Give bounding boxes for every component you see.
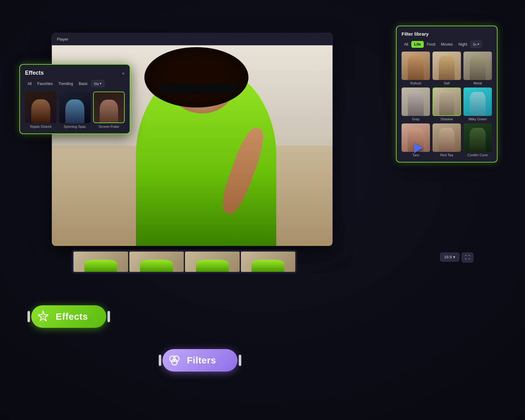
effects-tab-all[interactable]: All xyxy=(25,80,34,87)
cursor-arrow-icon xyxy=(414,143,423,153)
effect-label-screen-pulse: Screen Pulse xyxy=(99,125,119,128)
player-title: Player xyxy=(57,37,68,42)
sunglasses xyxy=(161,83,237,93)
filter-label-redtea: Red Tea xyxy=(440,153,453,157)
effects-tabs: All Favorites Trending Basic Sta▾ xyxy=(25,80,125,87)
filter-item-milkygreen[interactable]: Milky Green xyxy=(463,88,492,121)
effect-label-ripple: Ripple Distorti xyxy=(30,125,51,128)
effects-collapse-icon[interactable]: « xyxy=(122,70,125,76)
person-hair xyxy=(144,47,248,108)
effects-tab-favorites[interactable]: Favorites xyxy=(35,80,55,87)
filter-grid: Robust Salt Metal Gray xyxy=(402,52,492,157)
effects-pill-text: Effects xyxy=(56,311,88,322)
timeline-thumb xyxy=(241,252,296,272)
aspect-label: 16:9 xyxy=(444,255,452,259)
filter-label-robust: Robust xyxy=(410,81,421,85)
pill-handle-right xyxy=(108,311,110,322)
effects-star-icon xyxy=(36,309,51,324)
filter-label-metal: Metal xyxy=(473,81,482,85)
filter-label-milkygreen: Milky Green xyxy=(468,117,487,121)
timeline-thumb xyxy=(185,252,240,272)
filter-label-gray: Gray xyxy=(412,117,420,121)
effects-tab-more[interactable]: Sta▾ xyxy=(91,80,105,87)
fullscreen-icon: ⛶ xyxy=(465,255,470,260)
pill-handle-left xyxy=(28,311,30,322)
filter-label-shadow: Shadow xyxy=(441,117,453,121)
effects-tab-basic[interactable]: Basic xyxy=(76,80,90,87)
effects-grid: Ripple Distorti Spinning Spac Screen Pul… xyxy=(25,92,125,128)
timeline-thumb xyxy=(73,252,128,272)
filters-pill: Filters xyxy=(162,349,238,372)
player-titlebar: Player xyxy=(52,33,332,45)
effects-header: Effects « xyxy=(25,70,125,76)
filter-header: Filter library xyxy=(402,31,492,37)
effect-item-screen-pulse[interactable]: Screen Pulse xyxy=(93,92,125,128)
filter-label-salt: Salt xyxy=(444,81,450,85)
filter-panel: Filter library All Life Food Movies Nigh… xyxy=(396,26,498,162)
effect-item-spinning[interactable]: Spinning Spac xyxy=(59,92,91,128)
filter-tab-food[interactable]: Food xyxy=(424,41,438,48)
app-container: Player xyxy=(0,0,525,420)
filter-tab-life[interactable]: Life xyxy=(411,41,423,48)
filter-title: Filter library xyxy=(402,31,429,37)
fullscreen-button[interactable]: ⛶ xyxy=(462,252,473,262)
filter-tabs: All Life Food Movies Night Sc▾ xyxy=(402,41,492,48)
filter-tab-movies[interactable]: Movies xyxy=(438,41,455,48)
filters-pill-text: Filters xyxy=(187,355,216,366)
filter-item-gray[interactable]: Gray xyxy=(402,88,430,121)
effects-panel: Effects « All Favorites Trending Basic S… xyxy=(19,64,130,134)
filters-trefoil-icon xyxy=(167,353,182,368)
filter-tab-all[interactable]: All xyxy=(402,41,411,48)
filter-item-robust[interactable]: Robust xyxy=(402,52,430,85)
timeline-thumb xyxy=(129,252,184,272)
effect-label-spinning: Spinning Spac xyxy=(64,125,86,128)
filter-item-conifercone[interactable]: Conifer Cone xyxy=(463,123,492,157)
filters-pill-handle-right xyxy=(239,355,241,366)
timeline-strip xyxy=(72,250,297,273)
effects-title: Effects xyxy=(25,70,44,76)
effects-pill: Effects xyxy=(31,305,106,328)
aspect-arrow: ▾ xyxy=(453,255,455,259)
filter-item-shadow[interactable]: Shadow xyxy=(432,88,461,121)
effect-item-ripple[interactable]: Ripple Distorti xyxy=(25,92,57,128)
effects-tab-trending[interactable]: Trending xyxy=(56,80,76,87)
filter-item-salt[interactable]: Salt xyxy=(432,52,461,85)
filter-item-redtea[interactable]: Red Tea xyxy=(432,123,461,157)
filters-pill-handle-left xyxy=(159,355,161,366)
filter-tab-night[interactable]: Night xyxy=(456,41,470,48)
filter-tab-more[interactable]: Sc▾ xyxy=(470,41,482,48)
filter-label-taro: Taro xyxy=(412,153,419,157)
aspect-ratio-button[interactable]: 16:9 ▾ xyxy=(440,252,459,262)
filter-label-conifercone: Conifer Cone xyxy=(468,153,488,157)
filter-item-metal[interactable]: Metal xyxy=(463,52,492,85)
